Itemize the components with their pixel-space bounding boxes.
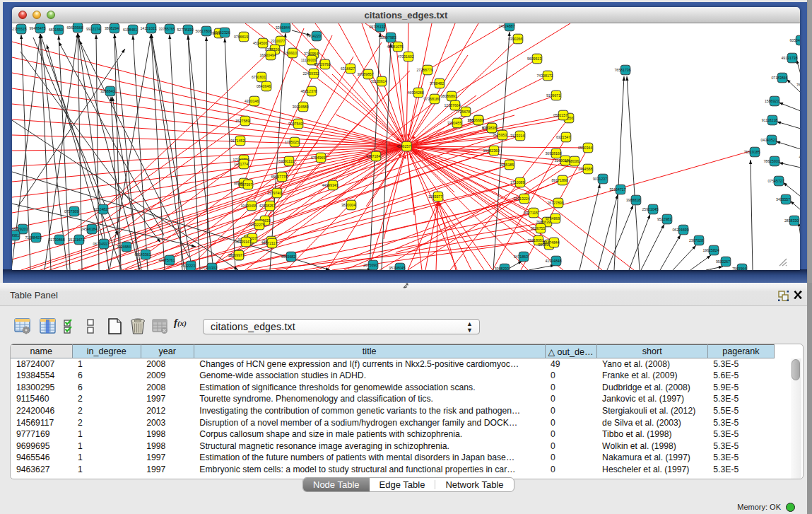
svg-text:6321547: 6321547 bbox=[556, 135, 570, 139]
svg-text:5988293: 5988293 bbox=[495, 267, 509, 270]
svg-text:23213224: 23213224 bbox=[513, 197, 529, 201]
svg-text:99478475: 99478475 bbox=[29, 26, 45, 30]
svg-text:39532275: 39532275 bbox=[248, 223, 264, 227]
svg-text:01662326: 01662326 bbox=[213, 30, 230, 35]
svg-text:6615682: 6615682 bbox=[281, 255, 295, 259]
svg-text:58474844: 58474844 bbox=[543, 240, 559, 245]
svg-text:31133614: 31133614 bbox=[371, 79, 387, 83]
svg-text:6316627: 6316627 bbox=[341, 66, 355, 71]
svg-text:2367028: 2367028 bbox=[689, 238, 703, 243]
svg-text:14151021: 14151021 bbox=[140, 26, 156, 30]
svg-text:1444588: 1444588 bbox=[578, 167, 592, 171]
svg-text:3403557: 3403557 bbox=[776, 197, 790, 201]
svg-text:1785025: 1785025 bbox=[285, 140, 299, 144]
svg-text:7646252: 7646252 bbox=[796, 83, 800, 87]
svg-text:07911302: 07911302 bbox=[201, 266, 218, 270]
svg-text:71988403: 71988403 bbox=[25, 235, 41, 240]
svg-text:49131738: 49131738 bbox=[781, 56, 797, 60]
svg-text:9007540: 9007540 bbox=[288, 122, 302, 126]
svg-text:10490495: 10490495 bbox=[240, 204, 257, 208]
svg-text:06224699: 06224699 bbox=[672, 228, 688, 232]
svg-text:40581075: 40581075 bbox=[387, 45, 403, 49]
svg-text:38606689: 38606689 bbox=[467, 118, 483, 122]
svg-text:24624887: 24624887 bbox=[498, 24, 514, 28]
svg-text:3955185: 3955185 bbox=[500, 163, 514, 167]
svg-text:4237184: 4237184 bbox=[366, 154, 380, 158]
svg-text:04340521: 04340521 bbox=[760, 138, 777, 142]
svg-text:74308172: 74308172 bbox=[536, 74, 553, 78]
svg-text:3924684: 3924684 bbox=[117, 245, 131, 249]
svg-text:42938257: 42938257 bbox=[259, 204, 275, 208]
svg-text:48265917: 48265917 bbox=[799, 155, 800, 159]
svg-text:5609513: 5609513 bbox=[527, 57, 541, 61]
svg-text:2675690: 2675690 bbox=[363, 263, 377, 267]
svg-text:16682360: 16682360 bbox=[483, 148, 499, 153]
svg-text:76581736: 76581736 bbox=[614, 68, 630, 72]
svg-text:60504966: 60504966 bbox=[789, 38, 800, 42]
svg-text:31730868: 31730868 bbox=[48, 238, 64, 242]
svg-text:22439332: 22439332 bbox=[302, 71, 319, 76]
svg-text:6791601: 6791601 bbox=[252, 75, 266, 79]
svg-text:2912223: 2912223 bbox=[181, 264, 195, 268]
svg-text:27288779: 27288779 bbox=[416, 68, 433, 72]
svg-text:2838330: 2838330 bbox=[784, 218, 799, 223]
svg-text:6764869: 6764869 bbox=[546, 216, 560, 221]
svg-text:3830004: 3830004 bbox=[341, 203, 355, 207]
svg-text:25921045: 25921045 bbox=[642, 207, 658, 211]
svg-text:6831550: 6831550 bbox=[49, 28, 63, 32]
svg-text:3988818: 3988818 bbox=[626, 198, 640, 202]
svg-text:18169977: 18169977 bbox=[228, 253, 244, 257]
svg-text:01439147: 01439147 bbox=[235, 240, 251, 244]
svg-text:4514506: 4514506 bbox=[253, 41, 267, 45]
svg-text:0582157: 0582157 bbox=[553, 113, 567, 117]
svg-text:4768036: 4768036 bbox=[565, 159, 579, 163]
svg-text:97368180: 97368180 bbox=[423, 97, 440, 101]
svg-text:16630494: 16630494 bbox=[259, 53, 276, 57]
svg-text:36928168: 36928168 bbox=[545, 151, 561, 156]
svg-text:3230455: 3230455 bbox=[447, 121, 461, 125]
svg-text:59729792: 59729792 bbox=[314, 62, 330, 66]
svg-text:0843646: 0843646 bbox=[257, 84, 271, 88]
svg-text:2154981: 2154981 bbox=[12, 233, 19, 238]
svg-text:9109671: 9109671 bbox=[546, 93, 560, 98]
svg-text:46934288: 46934288 bbox=[407, 90, 423, 95]
svg-text:0766619: 0766619 bbox=[234, 35, 248, 39]
svg-text:3268840: 3268840 bbox=[100, 89, 114, 93]
svg-text:24546184: 24546184 bbox=[81, 227, 97, 231]
svg-text:3788482: 3788482 bbox=[430, 81, 444, 86]
svg-text:1586923: 1586923 bbox=[765, 99, 779, 103]
svg-text:8383838: 8383838 bbox=[482, 126, 496, 130]
svg-text:07545727: 07545727 bbox=[767, 179, 784, 183]
svg-text:7569964: 7569964 bbox=[732, 267, 746, 270]
svg-text:95398045: 95398045 bbox=[389, 266, 405, 270]
svg-text:33785765: 33785765 bbox=[158, 27, 175, 31]
svg-text:35572117: 35572117 bbox=[261, 241, 278, 245]
svg-text:19625824: 19625824 bbox=[702, 248, 719, 252]
svg-text:41924848: 41924848 bbox=[545, 259, 561, 263]
svg-text:08086891: 08086891 bbox=[440, 94, 457, 98]
svg-text:06734917: 06734917 bbox=[93, 242, 109, 246]
svg-text:47031602: 47031602 bbox=[397, 54, 413, 59]
svg-text:42355515: 42355515 bbox=[12, 27, 27, 31]
svg-text:3269910: 3269910 bbox=[283, 51, 297, 55]
svg-text:7725678: 7725678 bbox=[456, 110, 470, 114]
svg-text:6198481: 6198481 bbox=[123, 28, 137, 32]
svg-text:9027115: 9027115 bbox=[524, 211, 538, 215]
svg-text:5471863: 5471863 bbox=[514, 255, 528, 259]
svg-text:44975761: 44975761 bbox=[158, 258, 175, 262]
svg-text:3525953: 3525953 bbox=[493, 133, 507, 137]
svg-text:50617808: 50617808 bbox=[195, 29, 211, 33]
svg-text:0757369: 0757369 bbox=[64, 209, 78, 214]
svg-text:55154717: 55154717 bbox=[609, 187, 625, 192]
svg-text:9500267: 9500267 bbox=[716, 259, 730, 264]
svg-text:30024589: 30024589 bbox=[292, 105, 308, 109]
svg-text:9031237: 9031237 bbox=[593, 177, 607, 181]
svg-text:4330146: 4330146 bbox=[245, 99, 259, 103]
svg-text:1527589: 1527589 bbox=[235, 119, 249, 123]
svg-text:2310077: 2310077 bbox=[271, 39, 285, 43]
svg-text:07183846: 07183846 bbox=[771, 76, 787, 80]
svg-text:69091111: 69091111 bbox=[278, 159, 294, 163]
svg-text:6252482: 6252482 bbox=[93, 207, 107, 211]
svg-text:65697778: 65697778 bbox=[271, 175, 287, 179]
svg-text:89171890: 89171890 bbox=[551, 178, 567, 182]
